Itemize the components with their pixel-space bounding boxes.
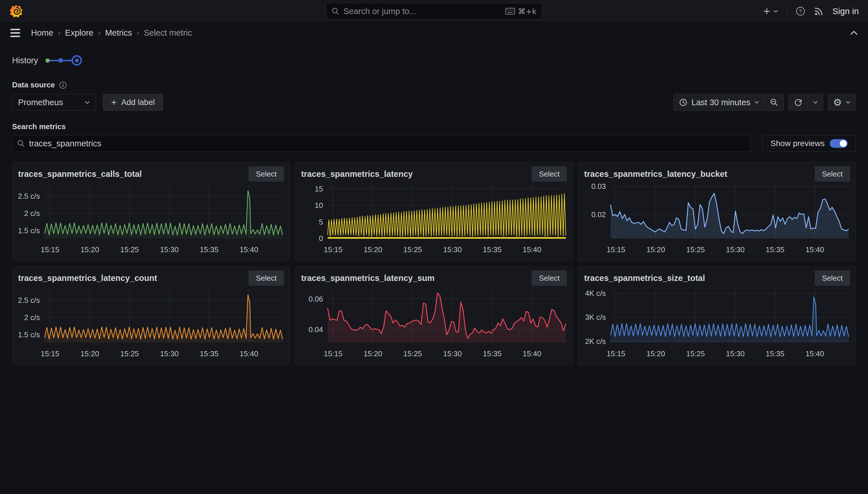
select-metric-button[interactable]: Select <box>815 270 850 286</box>
metric-card-header: traces_spanmetrics_latency_sum Select <box>301 270 567 286</box>
svg-text:1.5 c/s: 1.5 c/s <box>18 330 40 339</box>
global-search-input[interactable]: Search or jump to... ⌘+k <box>326 3 542 20</box>
settings-button[interactable]: ⚙ <box>828 94 856 110</box>
select-metric-button[interactable]: Select <box>532 167 567 182</box>
metric-title: traces_spanmetrics_calls_total <box>18 167 142 179</box>
svg-text:15:15: 15:15 <box>323 245 342 254</box>
metrics-search-input[interactable] <box>29 139 746 148</box>
select-metric-button[interactable]: Select <box>249 167 284 182</box>
svg-text:15:15: 15:15 <box>323 349 342 358</box>
metric-card: traces_spanmetrics_latency Select 051015… <box>295 162 573 261</box>
metric-card-header: traces_spanmetrics_size_total Select <box>584 270 850 286</box>
metrics-grid: traces_spanmetrics_calls_total Select 1.… <box>12 162 856 365</box>
history-label: History <box>12 56 38 65</box>
select-metric-button[interactable]: Select <box>532 270 567 286</box>
refresh-icon <box>794 98 803 107</box>
plus-icon: + <box>763 5 770 17</box>
plus-icon: + <box>111 97 117 108</box>
metric-preview-chart: 2K c/s3K c/s4K c/s15:1515:2015:2515:3015… <box>584 286 850 359</box>
refresh-interval-button[interactable] <box>808 94 823 110</box>
metric-title: traces_spanmetrics_latency_bucket <box>584 167 727 179</box>
breadcrumb-separator: › <box>58 28 60 37</box>
svg-text:2 c/s: 2 c/s <box>24 209 40 218</box>
breadcrumb-select-metric: Select metric <box>144 28 192 38</box>
time-picker-group: Last 30 minutes <box>673 94 784 111</box>
grafana-logo-icon[interactable] <box>9 4 23 18</box>
refresh-button[interactable] <box>789 94 808 110</box>
collapse-panel-button[interactable] <box>850 31 857 35</box>
show-previews-control: Show previews <box>762 135 856 152</box>
svg-text:15:30: 15:30 <box>443 349 461 358</box>
search-metrics-label: Search metrics <box>12 122 65 131</box>
chevron-down-icon <box>846 101 850 104</box>
zoom-out-button[interactable] <box>764 94 784 110</box>
rss-icon <box>814 6 824 16</box>
svg-text:15:25: 15:25 <box>686 245 705 254</box>
time-range-button[interactable]: Last 30 minutes <box>674 94 764 110</box>
metric-card: traces_spanmetrics_calls_total Select 1.… <box>12 162 290 261</box>
gear-icon: ⚙ <box>833 97 842 107</box>
search-metrics-row: Show previews <box>12 135 856 152</box>
metric-card: traces_spanmetrics_latency_sum Select 0.… <box>295 266 573 365</box>
zoom-out-icon <box>770 98 778 107</box>
breadcrumb-explore[interactable]: Explore <box>65 28 93 38</box>
query-controls-row: Prometheus + Add label Last 30 minutes <box>12 94 856 111</box>
svg-text:10: 10 <box>315 201 323 210</box>
question-icon: ? <box>795 6 805 16</box>
news-button[interactable] <box>814 6 824 16</box>
help-button[interactable]: ? <box>795 6 805 16</box>
menu-toggle-button[interactable] <box>11 29 20 37</box>
metric-preview-chart: 0.040.0615:1515:2015:2515:3015:3515:40 <box>301 286 567 359</box>
metric-preview-chart: 1.5 c/s2 c/s2.5 c/s15:1515:2015:2515:301… <box>18 286 284 359</box>
metric-card-header: traces_spanmetrics_latency_bucket Select <box>584 167 850 182</box>
search-icon <box>17 139 25 148</box>
svg-text:15:40: 15:40 <box>239 349 258 358</box>
divider <box>787 6 787 17</box>
select-metric-button[interactable]: Select <box>815 167 850 182</box>
metric-preview-chart: 0.020.0315:1515:2015:2515:3015:3515:40 <box>584 182 850 254</box>
top-nav: Search or jump to... ⌘+k + ? <box>0 0 868 22</box>
history-row: History <box>12 54 856 67</box>
breadcrumb-home[interactable]: Home <box>31 28 53 38</box>
svg-text:15:35: 15:35 <box>200 245 218 254</box>
add-label-text: Add label <box>121 98 155 107</box>
show-previews-toggle[interactable] <box>830 139 848 148</box>
svg-text:15:25: 15:25 <box>403 349 422 358</box>
metrics-search-box <box>12 135 751 152</box>
datasource-picker[interactable]: Prometheus <box>12 94 96 111</box>
info-icon[interactable] <box>59 81 67 89</box>
history-current-step-icon[interactable] <box>72 55 82 65</box>
new-menu-button[interactable]: + <box>763 5 778 17</box>
keyboard-shortcut-hint: ⌘+k <box>505 7 537 16</box>
chevron-down-icon <box>773 10 778 13</box>
svg-text:15:20: 15:20 <box>80 245 99 254</box>
chevron-down-icon <box>813 101 818 104</box>
explore-metrics-page: History Data source Prometheus + Add lab… <box>0 54 868 365</box>
chevron-down-icon <box>754 101 759 104</box>
history-connector <box>50 60 58 61</box>
chevron-down-icon <box>85 101 90 104</box>
top-nav-actions: + ? Sign in <box>763 0 859 22</box>
select-metric-button[interactable]: Select <box>249 270 284 286</box>
history-connector <box>63 60 72 61</box>
breadcrumb-metrics[interactable]: Metrics <box>105 28 132 38</box>
svg-text:15:25: 15:25 <box>686 349 705 358</box>
add-label-button[interactable]: + Add label <box>103 94 163 111</box>
metric-preview-chart: 1.5 c/s2 c/s2.5 c/s15:1515:2015:2515:301… <box>18 182 284 254</box>
svg-text:1.5 c/s: 1.5 c/s <box>18 226 40 235</box>
history-step-start-icon[interactable] <box>45 58 50 63</box>
history-step-icon[interactable] <box>58 58 63 63</box>
svg-text:15:35: 15:35 <box>200 349 218 358</box>
svg-text:4K c/s: 4K c/s <box>585 289 606 298</box>
svg-text:15:20: 15:20 <box>646 245 665 254</box>
svg-text:15:40: 15:40 <box>239 245 258 254</box>
svg-text:15:40: 15:40 <box>806 245 824 254</box>
metric-card-header: traces_spanmetrics_latency Select <box>301 167 567 182</box>
metric-card: traces_spanmetrics_latency_bucket Select… <box>578 162 856 261</box>
metric-title: traces_spanmetrics_latency_sum <box>301 270 435 283</box>
breadcrumb-separator: › <box>137 28 139 37</box>
history-timeline[interactable] <box>45 55 82 65</box>
sign-in-button[interactable]: Sign in <box>832 6 859 16</box>
svg-text:15:20: 15:20 <box>363 245 382 254</box>
svg-text:15:15: 15:15 <box>41 349 59 358</box>
